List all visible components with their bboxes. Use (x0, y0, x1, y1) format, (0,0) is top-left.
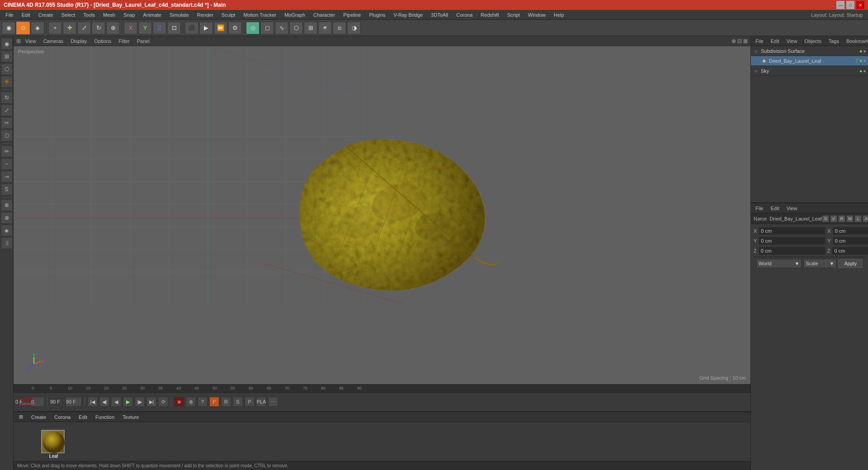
sidebar-magnet[interactable]: ⊸ (1, 171, 13, 183)
menu-pipeline[interactable]: Pipeline (340, 11, 364, 19)
toolbar-render-all[interactable]: ⏩ (214, 22, 227, 34)
tl-loop[interactable]: ⟳ (158, 397, 168, 407)
sidebar-knife[interactable]: ✂ (1, 117, 13, 129)
sidebar-paint[interactable]: ⊗ (1, 212, 13, 224)
coord-z-size[interactable] (832, 247, 868, 255)
toolbar-texture-mode[interactable]: ◈ (31, 22, 44, 34)
sidebar-scale2[interactable]: ⤢ (1, 104, 13, 116)
menu-redshift[interactable]: Redshift (477, 11, 502, 19)
mat-menu-corona[interactable]: Corona (51, 414, 74, 421)
toolbar-axis-z[interactable]: Z (153, 22, 166, 34)
om-menu-objects[interactable]: Objects (802, 38, 824, 45)
obj-item-leaf[interactable]: ◈ Dried_Bay_Laurel_Leaf T ● ● (751, 56, 868, 66)
toolbar-render-region[interactable]: ⬛ (185, 22, 198, 34)
coord-z-pos[interactable] (759, 247, 826, 255)
tl-goto-start[interactable]: |◀ (88, 397, 98, 407)
menu-tools[interactable]: Tools (80, 11, 99, 19)
attr-menu-view[interactable]: View (784, 205, 800, 212)
menu-sculpt[interactable]: Sculpt (218, 11, 239, 19)
mat-menu-create[interactable]: Create (28, 414, 50, 421)
tl-record-active[interactable]: ⏺ (174, 397, 184, 407)
sidebar-select-model[interactable]: ◉ (1, 38, 13, 50)
toolbar-move[interactable]: ✛ (63, 22, 76, 34)
vp-menu-options[interactable]: Options (91, 38, 114, 45)
menu-window[interactable]: Window (524, 11, 549, 19)
obj-render-sky[interactable]: ● (863, 68, 866, 74)
tl-key-pos[interactable]: P (209, 397, 219, 407)
om-menu-file[interactable]: File (753, 38, 766, 45)
attr-icon-v[interactable]: V (830, 215, 837, 222)
maximize-button[interactable]: □ (846, 1, 854, 9)
toolbar-undo[interactable]: + (48, 22, 62, 34)
scale-dropdown[interactable]: Scale ▼ (803, 259, 836, 268)
toolbar-axis-x[interactable]: X (124, 22, 137, 34)
minimize-button[interactable]: — (836, 1, 844, 9)
menu-file[interactable]: File (2, 11, 17, 19)
viewport-expand-icon[interactable]: ⊞ (16, 38, 21, 44)
tl-key-pla[interactable]: PLA (256, 397, 266, 407)
sidebar-mirror[interactable]: ⧛ (1, 237, 13, 249)
menu-character[interactable]: Character (310, 11, 339, 19)
toolbar-model-mode[interactable]: ◉ (2, 22, 15, 34)
toolbar-light[interactable]: ☀ (318, 22, 332, 34)
tl-key-scale[interactable]: S (233, 397, 243, 407)
coord-y-size[interactable] (833, 237, 868, 245)
toolbar-rotate[interactable]: ↻ (92, 22, 105, 34)
tl-play-forward[interactable]: ▶ (123, 397, 133, 407)
tl-key-param[interactable]: P (245, 397, 255, 407)
vp-menu-cameras[interactable]: Cameras (41, 38, 66, 45)
tl-help[interactable]: ? (198, 397, 208, 407)
menu-mograph[interactable]: MoGraph (281, 11, 309, 19)
vp-icon-camera[interactable]: ⊡ (737, 38, 742, 44)
om-menu-edit[interactable]: Edit (768, 38, 782, 45)
vp-menu-display[interactable]: Display (68, 38, 90, 45)
material-thumbnail[interactable]: Leaf (41, 430, 65, 453)
sidebar-slide[interactable]: S (1, 183, 13, 195)
toolbar-render-view[interactable]: ▶ (199, 22, 213, 34)
obj-item-sky[interactable]: ○ Sky ● ● (751, 66, 868, 76)
attr-icon-a[interactable]: A (863, 215, 868, 222)
attr-icon-r[interactable]: R (838, 215, 845, 222)
sidebar-brush[interactable]: ⊕ (1, 199, 13, 211)
vp-icon-lock[interactable]: ⊠ (743, 38, 748, 44)
menu-plugins[interactable]: Plugins (365, 11, 389, 19)
menu-render[interactable]: Render (193, 11, 217, 19)
timeline-end-input[interactable] (66, 397, 82, 407)
attr-icon-l[interactable]: L (854, 215, 862, 222)
attr-icon-m[interactable]: M (846, 215, 854, 222)
menu-simulate[interactable]: Simulate (166, 11, 193, 19)
obj-vis-sky[interactable]: ● (859, 68, 863, 74)
toolbar-transform[interactable]: ⊕ (106, 22, 120, 34)
obj-vis-subdivision[interactable]: ● (859, 48, 863, 54)
menu-3dtoall[interactable]: 3DToAll (427, 11, 452, 19)
vp-menu-filter[interactable]: Filter (116, 38, 132, 45)
obj-tag-leaf[interactable]: T (855, 58, 858, 64)
obj-render-subdivision[interactable]: ● (863, 48, 866, 54)
tl-timeline-expand[interactable]: ⋯ (268, 397, 278, 407)
mat-menu-edit[interactable]: Edit (75, 414, 91, 421)
menu-motion-tracker[interactable]: Motion Tracker (240, 11, 280, 19)
menu-mesh[interactable]: Mesh (99, 11, 119, 19)
toolbar-object-mode[interactable]: ⊙ (16, 22, 30, 34)
3d-viewport[interactable]: Perspective Grid Spacing : 10 cm X Y Z (14, 46, 750, 384)
tl-step-forward[interactable]: |▶ (135, 397, 145, 407)
toolbar-scale[interactable]: ⤢ (77, 22, 91, 34)
toolbar-axis-y[interactable]: Y (138, 22, 152, 34)
om-menu-view[interactable]: View (784, 38, 800, 45)
menu-animate[interactable]: Animate (140, 11, 165, 19)
attr-menu-file[interactable]: File (753, 205, 766, 212)
sidebar-bezier[interactable]: ~ (1, 158, 13, 170)
tl-record-all[interactable]: ⊕ (186, 397, 196, 407)
mat-menu-icon[interactable]: ⊞ (15, 413, 27, 421)
mat-menu-texture[interactable]: Texture (119, 414, 142, 421)
world-dropdown[interactable]: World ▼ (756, 259, 802, 268)
menu-edit[interactable]: Edit (18, 11, 34, 19)
menu-select[interactable]: Select (58, 11, 79, 19)
menu-corona[interactable]: Corona (453, 11, 476, 19)
toolbar-effector[interactable]: ◑ (347, 22, 361, 34)
toolbar-spline[interactable]: ∿ (275, 22, 288, 34)
obj-item-subdivision[interactable]: ○ Subdivision Surface ● ● (751, 46, 868, 56)
menu-create[interactable]: Create (35, 11, 57, 19)
toolbar-gen[interactable]: ⬡ (289, 22, 303, 34)
obj-vis-leaf[interactable]: ● (859, 58, 863, 64)
